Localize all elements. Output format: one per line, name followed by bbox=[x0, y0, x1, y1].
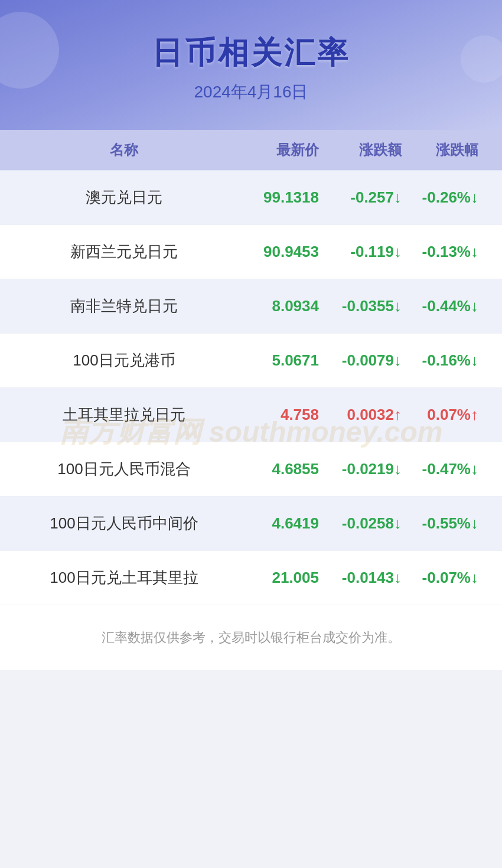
row-change: -0.0258↓ bbox=[319, 514, 402, 533]
row-pct: -0.16%↓ bbox=[402, 351, 484, 370]
col-header-latest: 最新价 bbox=[230, 141, 319, 159]
table-row: 澳元兑日元 99.1318 -0.257↓ -0.26%↓ bbox=[0, 171, 502, 225]
row-name: 土耳其里拉兑日元 bbox=[18, 404, 230, 425]
row-name: 100日元人民币混合 bbox=[18, 459, 230, 479]
row-name: 100日元兑港币 bbox=[18, 350, 230, 371]
col-header-change: 涨跌额 bbox=[319, 141, 402, 159]
table-row: 100日元人民币混合 4.6855 -0.0219↓ -0.47%↓ bbox=[0, 442, 502, 497]
row-name: 新西兰元兑日元 bbox=[18, 242, 230, 262]
row-pct: -0.07%↓ bbox=[402, 569, 484, 587]
page-date: 2024年4月16日 bbox=[194, 81, 308, 103]
table-body: 澳元兑日元 99.1318 -0.257↓ -0.26%↓ 新西兰元兑日元 90… bbox=[0, 171, 502, 605]
row-name: 澳元兑日元 bbox=[18, 187, 230, 208]
table-row: 新西兰元兑日元 90.9453 -0.119↓ -0.13%↓ bbox=[0, 225, 502, 279]
row-change: -0.0079↓ bbox=[319, 351, 402, 370]
row-pct: -0.13%↓ bbox=[402, 243, 484, 261]
row-change: -0.0219↓ bbox=[319, 460, 402, 478]
table-row: 100日元人民币中间价 4.6419 -0.0258↓ -0.55%↓ bbox=[0, 497, 502, 551]
footer-note: 汇率数据仅供参考，交易时以银行柜台成交价为准。 bbox=[0, 605, 502, 670]
page-header: 日币相关汇率 2024年4月16日 bbox=[0, 0, 502, 130]
row-latest: 21.005 bbox=[230, 569, 319, 587]
page-title: 日币相关汇率 bbox=[152, 32, 350, 74]
table-row: 南非兰特兑日元 8.0934 -0.0355↓ -0.44%↓ bbox=[0, 279, 502, 334]
row-latest: 90.9453 bbox=[230, 243, 319, 261]
row-latest: 5.0671 bbox=[230, 351, 319, 370]
table-row: 100日元兑土耳其里拉 21.005 -0.0143↓ -0.07%↓ bbox=[0, 551, 502, 605]
row-change: -0.0143↓ bbox=[319, 569, 402, 587]
row-latest: 4.6419 bbox=[230, 514, 319, 533]
row-change: -0.257↓ bbox=[319, 188, 402, 207]
row-name: 南非兰特兑日元 bbox=[18, 296, 230, 316]
row-pct: -0.55%↓ bbox=[402, 514, 484, 533]
row-latest: 99.1318 bbox=[230, 188, 319, 207]
row-latest: 4.758 bbox=[230, 406, 319, 424]
row-name: 100日元人民币中间价 bbox=[18, 513, 230, 534]
table-row: 土耳其里拉兑日元 4.758 0.0032↑ 0.07%↑ bbox=[0, 388, 502, 442]
row-latest: 4.6855 bbox=[230, 460, 319, 478]
row-pct: 0.07%↑ bbox=[402, 406, 484, 424]
row-name: 100日元兑土耳其里拉 bbox=[18, 567, 230, 588]
data-table: 名称 最新价 涨跌额 涨跌幅 澳元兑日元 99.1318 -0.257↓ -0.… bbox=[0, 130, 502, 605]
row-change: 0.0032↑ bbox=[319, 406, 402, 424]
table-row: 100日元兑港币 5.0671 -0.0079↓ -0.16%↓ bbox=[0, 334, 502, 388]
row-pct: -0.47%↓ bbox=[402, 460, 484, 478]
row-latest: 8.0934 bbox=[230, 297, 319, 315]
col-header-pct: 涨跌幅 bbox=[402, 141, 484, 159]
col-header-name: 名称 bbox=[18, 141, 230, 159]
row-change: -0.0355↓ bbox=[319, 297, 402, 315]
row-pct: -0.44%↓ bbox=[402, 297, 484, 315]
row-change: -0.119↓ bbox=[319, 243, 402, 261]
row-pct: -0.26%↓ bbox=[402, 188, 484, 207]
table-header-row: 名称 最新价 涨跌额 涨跌幅 bbox=[0, 130, 502, 171]
